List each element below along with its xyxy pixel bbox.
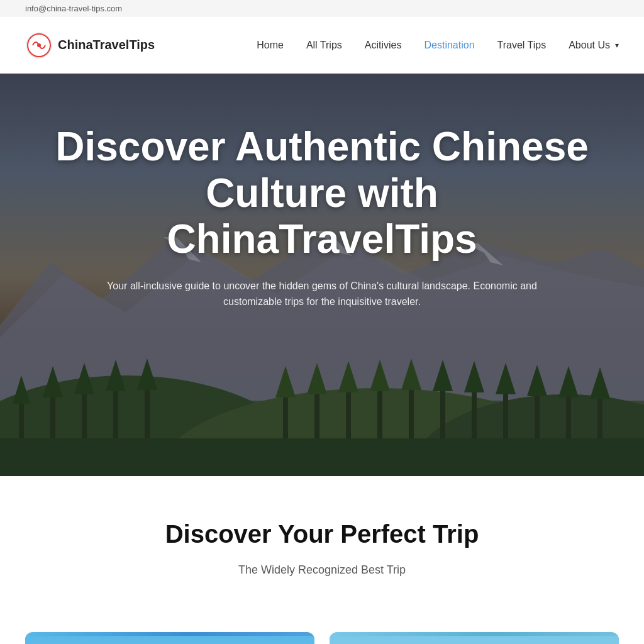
card-right-image	[330, 632, 619, 644]
navbar: ChinaTravelTips Home All Trips Acitivies…	[0, 17, 644, 74]
nav-item-destination[interactable]: Destination	[424, 40, 474, 51]
discover-subtitle: The Widely Recognized Best Trip	[25, 564, 619, 577]
hero-title: Discover Authentic Chinese Culture with …	[52, 124, 592, 263]
card-left-image	[25, 632, 314, 644]
hero-content: Discover Authentic Chinese Culture with …	[39, 124, 605, 335]
nav-item-aboutus[interactable]: About Us ▾	[569, 40, 619, 51]
logo-text: ChinaTravelTips	[58, 38, 155, 52]
logo-icon	[25, 31, 53, 59]
chevron-down-icon: ▾	[615, 41, 619, 50]
nav-item-alltrips[interactable]: All Trips	[306, 40, 342, 51]
nav-item-traveltips[interactable]: Travel Tips	[497, 40, 547, 51]
hero-section: Discover Authentic Chinese Culture with …	[0, 74, 644, 476]
trip-card-1[interactable]	[25, 632, 314, 644]
cards-row	[0, 632, 644, 644]
hero-subtitle: Your all-inclusive guide to uncover the …	[102, 278, 542, 310]
logo[interactable]: ChinaTravelTips	[25, 31, 155, 59]
nav-item-home[interactable]: Home	[257, 40, 284, 51]
top-bar: info@china-travel-tips.com	[0, 0, 644, 17]
svg-rect-50	[25, 636, 314, 644]
trip-card-2[interactable]	[330, 632, 619, 644]
email-link[interactable]: info@china-travel-tips.com	[25, 4, 122, 13]
nav-links: Home All Trips Acitivies Destination Tra…	[257, 40, 619, 51]
svg-rect-55	[330, 636, 619, 644]
svg-point-2	[37, 43, 41, 47]
discover-title: Discover Your Perfect Trip	[25, 520, 619, 548]
discover-section: Discover Your Perfect Trip The Widely Re…	[0, 476, 644, 632]
nav-item-activities[interactable]: Acitivies	[365, 40, 402, 51]
